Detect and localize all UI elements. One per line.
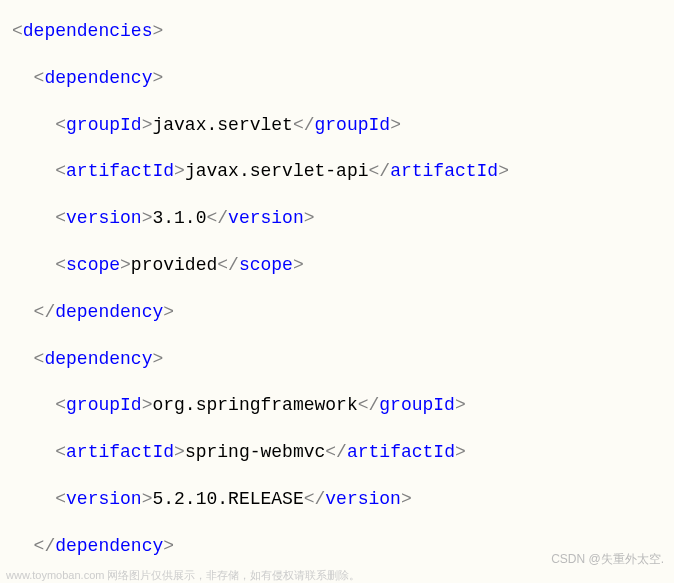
code-line: <version>5.2.10.RELEASE</version> bbox=[12, 476, 662, 523]
code-line: <dependency> bbox=[12, 336, 662, 383]
groupid-tag: groupId bbox=[379, 395, 455, 415]
code-line: <version>3.1.0</version> bbox=[12, 195, 662, 242]
scope-value: provided bbox=[131, 255, 217, 275]
dependencies-tag: dependencies bbox=[23, 21, 153, 41]
code-line: <groupId>javax.servlet</groupId> bbox=[12, 102, 662, 149]
groupid-value: org.springframework bbox=[152, 395, 357, 415]
code-line: <artifactId>spring-webmvc</artifactId> bbox=[12, 429, 662, 476]
version-tag: version bbox=[228, 208, 304, 228]
version-tag: version bbox=[325, 489, 401, 509]
artifactid-tag: artifactId bbox=[390, 161, 498, 181]
code-line: <dependency> bbox=[12, 55, 662, 102]
scope-tag: scope bbox=[239, 255, 293, 275]
version-tag: version bbox=[66, 489, 142, 509]
code-line: <artifactId>javax.servlet-api</artifactI… bbox=[12, 148, 662, 195]
dependency-tag: dependency bbox=[44, 349, 152, 369]
code-line: <groupId>org.springframework</groupId> bbox=[12, 382, 662, 429]
version-tag: version bbox=[66, 208, 142, 228]
watermark-right: CSDN @失重外太空. bbox=[551, 553, 664, 565]
version-value: 3.1.0 bbox=[152, 208, 206, 228]
artifactid-value: spring-webmvc bbox=[185, 442, 325, 462]
groupid-value: javax.servlet bbox=[152, 115, 292, 135]
code-line: <scope>provided</scope> bbox=[12, 242, 662, 289]
groupid-tag: groupId bbox=[66, 395, 142, 415]
groupid-tag: groupId bbox=[66, 115, 142, 135]
code-block: <dependencies> <dependency> <groupId>jav… bbox=[12, 8, 662, 583]
artifactid-tag: artifactId bbox=[66, 161, 174, 181]
artifactid-tag: artifactId bbox=[66, 442, 174, 462]
artifactid-value: javax.servlet-api bbox=[185, 161, 369, 181]
watermark-bottom: www.toymoban.com 网络图片仅供展示，非存储，如有侵权请联系删除。 bbox=[6, 570, 360, 581]
dependency-tag: dependency bbox=[55, 536, 163, 556]
scope-tag: scope bbox=[66, 255, 120, 275]
groupid-tag: groupId bbox=[315, 115, 391, 135]
artifactid-tag: artifactId bbox=[347, 442, 455, 462]
code-line: <dependencies> bbox=[12, 8, 662, 55]
dependency-tag: dependency bbox=[55, 302, 163, 322]
code-line: </dependency> bbox=[12, 289, 662, 336]
dependency-tag: dependency bbox=[44, 68, 152, 88]
version-value: 5.2.10.RELEASE bbox=[152, 489, 303, 509]
